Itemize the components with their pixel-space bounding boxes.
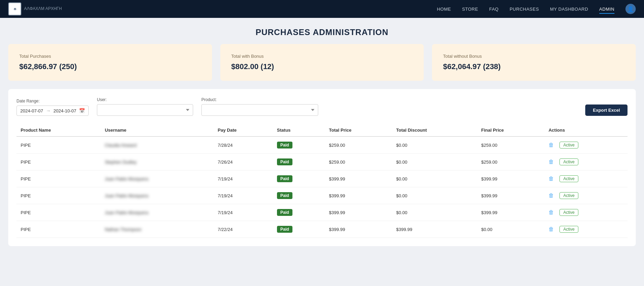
nav-item-dashboard[interactable]: MY DASHBOARD bbox=[550, 6, 588, 12]
logo-image: ⚖ bbox=[8, 2, 21, 15]
nav-item-purchases[interactable]: PURCHASES bbox=[510, 6, 539, 12]
cell-total-discount: $0.00 bbox=[392, 170, 477, 187]
actions-cell: 🗑 Active bbox=[548, 226, 623, 233]
cell-status: Paid bbox=[273, 204, 325, 221]
table-row: PIPE Juan Pablo Mosquera 7/19/24 Paid $3… bbox=[16, 187, 628, 204]
cell-total-discount: $399.99 bbox=[392, 221, 477, 238]
card-total-bonus-value: $802.00 (12) bbox=[231, 62, 413, 71]
card-total-purchases-label: Total Purchases bbox=[19, 54, 201, 59]
cell-final-price: $399.99 bbox=[477, 187, 544, 204]
card-total-with-bonus: Total with Bonus $802.00 (12) bbox=[220, 44, 424, 81]
cell-actions: 🗑 Active bbox=[544, 187, 628, 204]
user-avatar[interactable]: 👤 bbox=[625, 4, 636, 14]
cell-status: Paid bbox=[273, 136, 325, 154]
card-total-without-bonus: Total without Bonus $62,064.97 (238) bbox=[432, 44, 636, 81]
purchases-table: Product Name Username Pay Date Status To… bbox=[16, 124, 628, 238]
active-badge[interactable]: Active bbox=[559, 209, 578, 216]
cell-total-discount: $0.00 bbox=[392, 136, 477, 154]
export-excel-button[interactable]: Export Excel bbox=[585, 104, 628, 116]
cell-pay-date: 7/19/24 bbox=[214, 204, 273, 221]
cell-username: Juan Pablo Mosquera bbox=[101, 187, 214, 204]
cell-product-name: PIPE bbox=[16, 170, 101, 187]
active-badge[interactable]: Active bbox=[559, 175, 578, 182]
cell-username: Juan Pablo Mosquera bbox=[101, 204, 214, 221]
actions-cell: 🗑 Active bbox=[548, 142, 623, 148]
cell-status: Paid bbox=[273, 154, 325, 170]
cell-total-price: $399.99 bbox=[325, 204, 392, 221]
active-badge[interactable]: Active bbox=[559, 226, 578, 233]
navbar: ⚖ ΑΛΦΑΧΛΜ ΑΡΧΗΓΗ HOME STORE FAQ PURCHASE… bbox=[0, 0, 644, 18]
table-body: PIPE Claudia Howard 7/28/24 Paid $259.00… bbox=[16, 136, 628, 238]
cell-total-discount: $0.00 bbox=[392, 154, 477, 170]
active-badge[interactable]: Active bbox=[559, 192, 578, 199]
user-filter: User: bbox=[97, 97, 193, 116]
cell-actions: 🗑 Active bbox=[544, 136, 628, 154]
table-row: PIPE Juan Pablo Mosquera 7/19/24 Paid $3… bbox=[16, 204, 628, 221]
card-total-bonus-label: Total with Bonus bbox=[231, 54, 413, 59]
delete-icon[interactable]: 🗑 bbox=[548, 142, 554, 148]
table-header-row: Product Name Username Pay Date Status To… bbox=[16, 124, 628, 136]
table-row: PIPE Nathan Thompson 7/22/24 Paid $399.9… bbox=[16, 221, 628, 238]
active-badge[interactable]: Active bbox=[559, 142, 578, 148]
page-title: PURCHASES ADMINISTRATION bbox=[0, 28, 644, 37]
logo-text: ΑΛΦΑΧΛΜ ΑΡΧΗΓΗ bbox=[24, 6, 62, 12]
nav-link-admin[interactable]: ADMIN bbox=[599, 7, 614, 14]
nav-link-faq[interactable]: FAQ bbox=[489, 7, 499, 12]
cell-pay-date: 7/26/24 bbox=[214, 154, 273, 170]
filters-row: Date Range: 2024-07-07 → 2024-10-07 📅 Us… bbox=[16, 97, 628, 116]
nav-item-store[interactable]: STORE bbox=[462, 6, 478, 12]
actions-cell: 🗑 Active bbox=[548, 158, 623, 165]
cell-product-name: PIPE bbox=[16, 204, 101, 221]
status-badge: Paid bbox=[277, 158, 292, 165]
cell-pay-date: 7/19/24 bbox=[214, 170, 273, 187]
cell-total-price: $259.00 bbox=[325, 136, 392, 154]
user-filter-label: User: bbox=[97, 97, 193, 102]
col-total-price: Total Price bbox=[325, 124, 392, 136]
nav-link-dashboard[interactable]: MY DASHBOARD bbox=[550, 7, 588, 12]
cell-product-name: PIPE bbox=[16, 154, 101, 170]
date-range-label: Date Range: bbox=[16, 99, 89, 103]
user-select[interactable] bbox=[97, 104, 193, 116]
date-range-inputs[interactable]: 2024-07-07 → 2024-10-07 📅 bbox=[16, 106, 89, 116]
cell-product-name: PIPE bbox=[16, 187, 101, 204]
page-title-section: PURCHASES ADMINISTRATION bbox=[0, 18, 644, 44]
product-filter: Product: bbox=[201, 97, 318, 116]
status-badge: Paid bbox=[277, 175, 292, 182]
cell-username: Stephen Dudley bbox=[101, 154, 214, 170]
calendar-icon[interactable]: 📅 bbox=[79, 108, 85, 113]
cell-total-price: $399.99 bbox=[325, 170, 392, 187]
cell-username: Juan Pablo Mosquera bbox=[101, 170, 214, 187]
card-total-purchases-value: $62,866.97 (250) bbox=[19, 62, 201, 71]
delete-icon[interactable]: 🗑 bbox=[548, 226, 554, 232]
main-content: Date Range: 2024-07-07 → 2024-10-07 📅 Us… bbox=[8, 89, 636, 246]
cell-total-price: $399.99 bbox=[325, 187, 392, 204]
col-pay-date: Pay Date bbox=[214, 124, 273, 136]
cell-total-discount: $0.00 bbox=[392, 204, 477, 221]
date-arrow-icon: → bbox=[46, 108, 51, 113]
cell-final-price: $259.00 bbox=[477, 154, 544, 170]
nav-item-faq[interactable]: FAQ bbox=[489, 6, 499, 12]
active-badge[interactable]: Active bbox=[559, 158, 578, 165]
summary-cards: Total Purchases $62,866.97 (250) Total w… bbox=[0, 44, 644, 89]
card-no-bonus-value: $62,064.97 (238) bbox=[443, 62, 625, 71]
delete-icon[interactable]: 🗑 bbox=[548, 192, 554, 199]
delete-icon[interactable]: 🗑 bbox=[548, 159, 554, 165]
cell-actions: 🗑 Active bbox=[544, 221, 628, 238]
nav-item-home[interactable]: HOME bbox=[437, 6, 451, 12]
cell-pay-date: 7/19/24 bbox=[214, 187, 273, 204]
table-row: PIPE Juan Pablo Mosquera 7/19/24 Paid $3… bbox=[16, 170, 628, 187]
nav-link-store[interactable]: STORE bbox=[462, 7, 478, 12]
delete-icon[interactable]: 🗑 bbox=[548, 176, 554, 182]
product-select[interactable] bbox=[201, 104, 318, 116]
col-username: Username bbox=[101, 124, 214, 136]
nav-link-purchases[interactable]: PURCHASES bbox=[510, 7, 539, 12]
nav-link-home[interactable]: HOME bbox=[437, 7, 451, 12]
nav-item-admin[interactable]: ADMIN bbox=[599, 6, 614, 12]
col-final-price: Final Price bbox=[477, 124, 544, 136]
date-range-filter: Date Range: 2024-07-07 → 2024-10-07 📅 bbox=[16, 99, 89, 116]
delete-icon[interactable]: 🗑 bbox=[548, 209, 554, 216]
table-row: PIPE Stephen Dudley 7/26/24 Paid $259.00… bbox=[16, 154, 628, 170]
status-badge: Paid bbox=[277, 192, 292, 199]
table-row: PIPE Claudia Howard 7/28/24 Paid $259.00… bbox=[16, 136, 628, 154]
date-start: 2024-07-07 bbox=[20, 108, 43, 113]
